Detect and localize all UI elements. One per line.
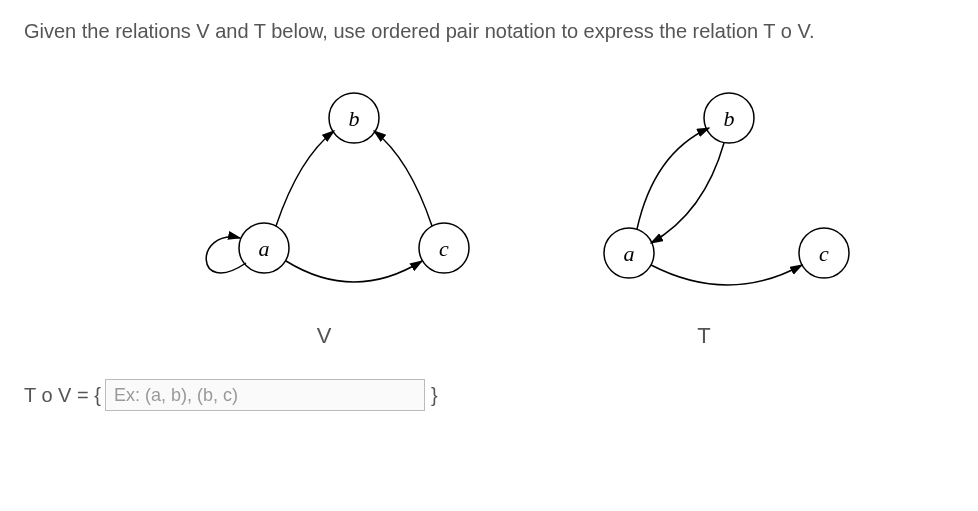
edge-b-a — [651, 143, 724, 243]
answer-row: T o V = { Ex: (a, b), (b, c) } — [24, 379, 954, 411]
diagram-V: b a c V — [164, 73, 484, 349]
diagram-V-svg: b a c — [164, 73, 484, 313]
node-c-label: c — [439, 236, 449, 261]
edge-a-b — [637, 128, 709, 229]
node-a-label: a — [624, 241, 635, 266]
diagram-T-svg: b a c — [544, 73, 864, 313]
edge-a-c — [286, 261, 422, 282]
diagram-T-label: T — [697, 323, 710, 349]
node-b-label: b — [349, 106, 360, 131]
node-a-label: a — [259, 236, 270, 261]
diagram-V-label: V — [317, 323, 332, 349]
edge-c-b — [374, 131, 432, 226]
question-text: Given the relations V and T below, use o… — [24, 20, 954, 43]
node-c-label: c — [819, 241, 829, 266]
node-b-label: b — [724, 106, 735, 131]
edge-a-b — [276, 131, 334, 226]
answer-input[interactable]: Ex: (a, b), (b, c) — [105, 379, 425, 411]
edge-a-c — [651, 265, 802, 285]
diagrams-container: b a c V b — [164, 73, 954, 349]
answer-prefix: T o V = { — [24, 384, 101, 407]
answer-suffix: } — [431, 384, 438, 407]
diagram-T: b a c T — [544, 73, 864, 349]
